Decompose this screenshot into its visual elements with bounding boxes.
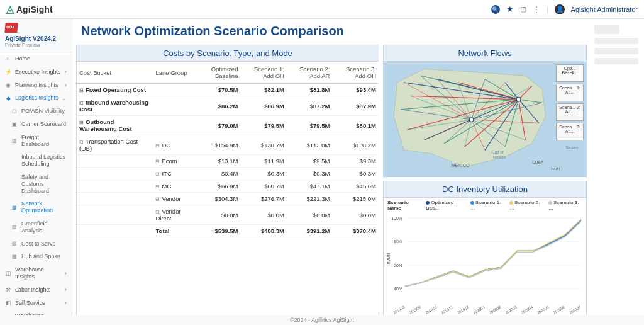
brand-name: AgiSight bbox=[16, 4, 53, 14]
svg-text:MEXICO: MEXICO bbox=[451, 162, 470, 168]
legend-item: Optimized Bas… bbox=[426, 200, 465, 211]
nav-icon: ▥ bbox=[11, 138, 18, 144]
page-title: Network Optimization Scenario Comparison bbox=[72, 19, 591, 45]
svg-text:201909: 201909 bbox=[409, 305, 422, 315]
nav-item-wh[interactable]: ◫Warehouse Insights› bbox=[0, 263, 72, 283]
chevron-icon: ⌄ bbox=[62, 95, 67, 101]
kebab-menu-icon[interactable]: ⋮ bbox=[533, 5, 540, 14]
nav-label: Self Service bbox=[15, 300, 65, 307]
dc-panel-title: DC Inventory Utilization bbox=[384, 181, 586, 198]
chevron-icon: › bbox=[65, 287, 67, 293]
svg-text:Sargass: Sargass bbox=[566, 145, 579, 149]
sidebar: AgiSight V2024.2 Private Preview ⌂Home⚡E… bbox=[0, 19, 72, 325]
svg-text:201908: 201908 bbox=[392, 305, 406, 315]
nav-sub-item[interactable]: ▣Carrier Scorecard bbox=[0, 118, 72, 131]
svg-text:HAITI: HAITI bbox=[551, 167, 560, 171]
table-row: ⊟Outbound Warehousing Cost$79.0M$79.5M$7… bbox=[77, 116, 379, 135]
total-row: Total$539.5M$488.3M$391.2M$378.4M bbox=[77, 225, 379, 237]
nav-icon: ▨ bbox=[11, 241, 18, 246]
nav-item-labor[interactable]: ⚒Labor Insights› bbox=[0, 283, 72, 297]
svg-text:201910: 201910 bbox=[425, 305, 438, 315]
nav-label: Freight Dashboard bbox=[21, 134, 67, 148]
nav-icon: ▦ bbox=[11, 205, 18, 210]
svg-text:40%: 40% bbox=[394, 287, 402, 291]
svg-text:202005: 202005 bbox=[536, 305, 550, 315]
chevron-icon: › bbox=[65, 69, 67, 75]
flows-panel: Network Flows MEXICOCUBAHAITIGulf ofMexi… bbox=[383, 45, 587, 178]
nav-label: Greenfield Analysis bbox=[21, 220, 67, 234]
nav-icon: ◧ bbox=[5, 300, 11, 306]
nav-sub-item[interactable]: ▢PO/ASN Visibility bbox=[0, 105, 72, 118]
svg-text:201912: 201912 bbox=[457, 305, 470, 315]
nav-label: Inbound Logistics Scheduling bbox=[21, 154, 67, 168]
nav-icon: ⚒ bbox=[5, 287, 11, 293]
nav-item-self[interactable]: ◧Self Service› bbox=[0, 297, 72, 310]
table-row: ⊟Vendor Direct$0.0M$0.0M$0.0M$0.0M bbox=[77, 205, 379, 225]
nav-icon: ▣ bbox=[11, 122, 18, 127]
nav-sub-item[interactable]: ▥Freight Dashboard bbox=[0, 131, 72, 151]
brand-mark-icon: ◬ bbox=[6, 3, 14, 15]
dc-inventory-panel: DC Inventory Utilization Scenario NameOp… bbox=[383, 181, 587, 321]
product-title: AgiSight V2024.2 bbox=[5, 35, 67, 42]
topbar: ◬ AgiSight 🔍 ★ ▢ ⋮ | 👤 Agisight Administ… bbox=[0, 0, 644, 19]
cost-panel: Costs by Scenario. Type, and Mode Cost B… bbox=[76, 45, 379, 321]
nav-sub-item[interactable]: Inbound Logistics Scheduling bbox=[0, 151, 72, 171]
svg-text:202001: 202001 bbox=[472, 305, 486, 315]
bookmark-star-icon[interactable]: ★ bbox=[506, 4, 514, 14]
svg-text:Gulf of: Gulf of bbox=[492, 150, 504, 154]
scenario-button[interactable]: Scena... 1: Ad... bbox=[556, 84, 584, 101]
svg-point-44 bbox=[469, 118, 473, 122]
nav-icon: ◫ bbox=[5, 270, 11, 277]
dc-utilization-chart: 40%60%80%100%201908201909201910201911201… bbox=[384, 213, 586, 321]
sidebar-header: AgiSight V2024.2 Private Preview bbox=[0, 19, 72, 52]
nav-sub-item[interactable]: ▨Cost to Serve bbox=[0, 237, 72, 251]
search-icon[interactable]: 🔍 bbox=[491, 5, 500, 14]
nav-label: Hub and Spoke bbox=[21, 253, 67, 260]
nav-label: Labor Insights bbox=[15, 287, 65, 294]
nav-label: Carrier Scorecard bbox=[21, 121, 67, 128]
table-row: ⊟Vendor$304.3M$276.7M$221.3M$215.0M bbox=[77, 193, 379, 205]
nav-sub-item[interactable]: ▩Hub and Spoke bbox=[0, 250, 72, 263]
product-box-icon bbox=[4, 23, 18, 33]
nav-icon: ⚡ bbox=[5, 69, 11, 75]
user-avatar-icon[interactable]: 👤 bbox=[555, 4, 565, 14]
nav-label: Executive Insights bbox=[15, 69, 65, 76]
chevron-icon: › bbox=[65, 300, 67, 306]
nav-label: Safety and Customs Dashboard bbox=[21, 174, 67, 194]
bookmark-flag-icon[interactable]: ▢ bbox=[520, 5, 526, 13]
legend-title: Scenario Name bbox=[387, 200, 421, 211]
user-name[interactable]: Agisight Administrator bbox=[571, 6, 638, 13]
col-header: Cost Bucket bbox=[77, 62, 153, 84]
svg-text:202007: 202007 bbox=[569, 305, 582, 315]
nav-icon: ◉ bbox=[5, 82, 11, 88]
nav-icon: ▧ bbox=[11, 224, 18, 230]
nav-label: Home bbox=[15, 55, 67, 62]
table-row: ⊟Ecom$13.1M$11.9M$9.5M$9.3M bbox=[77, 155, 379, 168]
svg-text:Mexico: Mexico bbox=[493, 155, 506, 159]
svg-text:InvUtil: InvUtil bbox=[386, 253, 391, 265]
nav-icon: ◆ bbox=[5, 95, 11, 101]
svg-text:201911: 201911 bbox=[441, 305, 454, 315]
nav-item-log[interactable]: ◆Logistics Insights⌄ bbox=[0, 91, 72, 105]
scenario-button[interactable]: Scena... 3: Ad... bbox=[556, 123, 584, 140]
svg-text:202004: 202004 bbox=[521, 305, 534, 315]
svg-text:CUBA: CUBA bbox=[532, 160, 544, 164]
nav-sub-item[interactable]: Safety and Customs Dashboard bbox=[0, 171, 72, 197]
nav-label: Network Optimization bbox=[21, 200, 67, 214]
svg-text:202006: 202006 bbox=[553, 305, 566, 315]
right-placeholder-pane bbox=[591, 19, 644, 325]
nav-item-exec[interactable]: ⚡Executive Insights› bbox=[0, 66, 72, 79]
nav-item-home[interactable]: ⌂Home bbox=[0, 52, 72, 66]
nav-sub-item[interactable]: ▦Network Optimization bbox=[0, 197, 72, 217]
scenario-button[interactable]: Opti... Baseli... bbox=[556, 64, 584, 82]
col-header: Scenario 1: Add OH bbox=[240, 62, 286, 84]
nav-label: Warehouse Insights bbox=[15, 266, 65, 280]
scenario-button[interactable]: Scena... 2: Ad... bbox=[556, 103, 584, 121]
footer: ©2024 - Agillitics AgiSight bbox=[0, 315, 644, 325]
nav-label: PO/ASN Visibility bbox=[21, 108, 67, 115]
col-header: Scenario 2: Add AR bbox=[287, 62, 333, 84]
nav-sub-item[interactable]: ▧Greenfield Analysis bbox=[0, 217, 72, 237]
nav-item-plan[interactable]: ◉Planning Insights› bbox=[0, 79, 72, 92]
svg-text:60%: 60% bbox=[394, 263, 402, 268]
flows-panel-title: Network Flows bbox=[384, 45, 586, 62]
